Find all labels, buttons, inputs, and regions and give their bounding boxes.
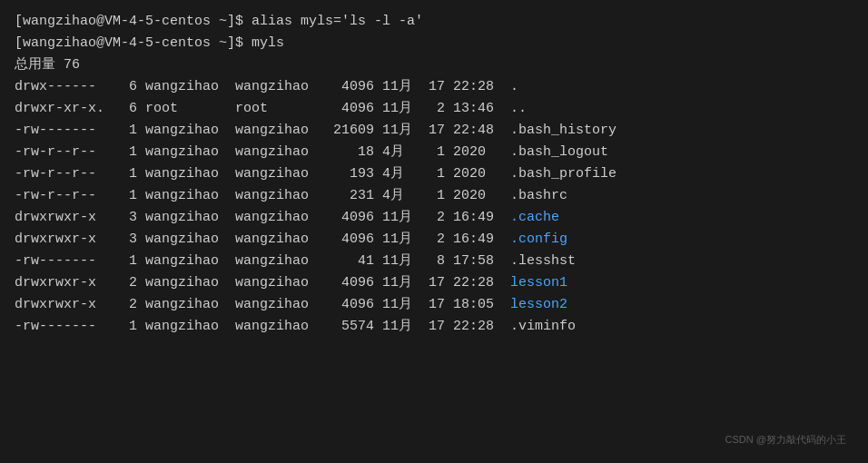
table-row: -rw------- 1 wangzihao wangzihao 21609 1…: [15, 120, 853, 142]
table-row: drwxrwxr-x 3 wangzihao wangzihao 4096 11…: [15, 229, 853, 251]
file-name: .: [510, 79, 518, 94]
terminal-window: [wangzihao@VM-4-5-centos ~]$ alias myls=…: [15, 11, 853, 452]
file-name: ..: [510, 101, 527, 116]
table-row: drwx------ 6 wangzihao wangzihao 4096 11…: [15, 76, 853, 98]
file-name: lesson1: [510, 275, 567, 291]
file-name: .config: [510, 232, 567, 247]
file-name: .bash_history: [510, 123, 616, 138]
table-row: -rw-r--r-- 1 wangzihao wangzihao 231 4月 …: [15, 185, 853, 207]
command-line-2: [wangzihao@VM-4-5-centos ~]$ myls: [15, 33, 853, 54]
table-row: drwxrwxr-x 3 wangzihao wangzihao 4096 11…: [15, 207, 853, 229]
table-row: -rw------- 1 wangzihao wangzihao 41 11月 …: [15, 251, 853, 272]
file-name: lesson2: [510, 297, 567, 312]
file-name: .cache: [510, 210, 559, 225]
file-name: .bash_logout: [510, 144, 608, 160]
file-listing: drwx------ 6 wangzihao wangzihao 4096 11…: [15, 76, 853, 338]
file-name: .lesshst: [510, 253, 576, 269]
table-row: -rw-r--r-- 1 wangzihao wangzihao 18 4月 1…: [15, 142, 853, 163]
file-name: .viminfo: [510, 319, 576, 334]
table-row: -rw-r--r-- 1 wangzihao wangzihao 193 4月 …: [15, 163, 853, 185]
table-row: -rw------- 1 wangzihao wangzihao 5574 11…: [15, 316, 853, 338]
file-name: .bashrc: [510, 188, 567, 203]
table-row: drwxr-xr-x. 6 root root 4096 11月 2 13:46…: [15, 98, 853, 120]
command-line-1: [wangzihao@VM-4-5-centos ~]$ alias myls=…: [15, 11, 853, 33]
table-row: drwxrwxr-x 2 wangzihao wangzihao 4096 11…: [15, 272, 853, 294]
table-row: drwxrwxr-x 2 wangzihao wangzihao 4096 11…: [15, 294, 853, 316]
total-line: 总用量 76: [15, 54, 853, 76]
file-name: .bash_profile: [510, 166, 616, 182]
watermark: CSDN @努力敲代码的小王: [725, 433, 846, 447]
